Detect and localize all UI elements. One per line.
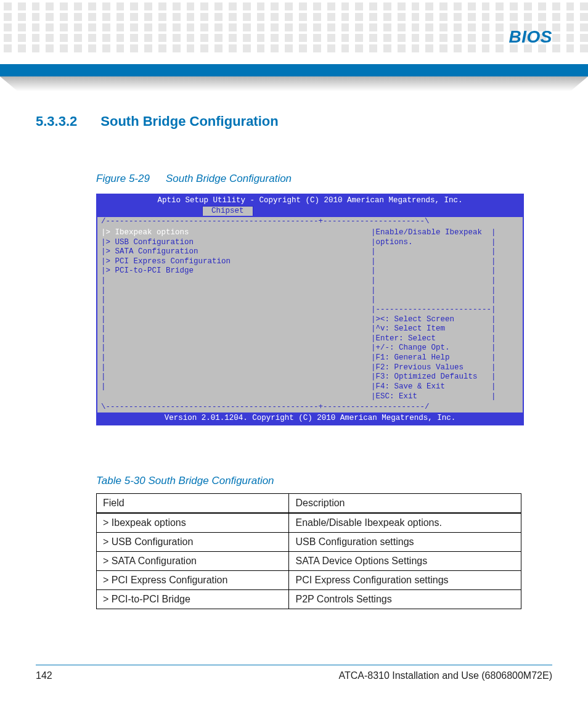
config-table: Field Description > Ibexpeak optionsEnab… — [96, 493, 521, 609]
bios-menu-item: | — [101, 353, 371, 363]
bios-help-line: | | — [371, 257, 519, 267]
page-footer: 142 ATCA-8310 Installation and Use (6806… — [36, 665, 552, 681]
bios-help-key: |F1: General Help | — [371, 353, 519, 363]
figure-label: Figure 5-29 — [96, 173, 150, 184]
bios-menu-item: | — [101, 305, 371, 315]
bios-help-line: | | — [371, 295, 519, 305]
table-header-field: Field — [97, 494, 289, 514]
bios-menu-item: | — [101, 334, 371, 344]
bios-menu-item-selected: |> Ibexpeak options — [101, 228, 371, 238]
bios-help-rule: |-------------------------| — [371, 305, 519, 315]
bios-help-line: | | — [371, 276, 519, 286]
bios-help-line: | | — [371, 286, 519, 296]
section-title: South Bridge Configuration — [100, 113, 278, 129]
table-row: > SATA ConfigurationSATA Device Options … — [97, 552, 521, 571]
bios-help-key: |F4: Save & Exit | — [371, 382, 519, 392]
bios-help-key: |><: Select Screen | — [371, 315, 519, 325]
table-cell-description: SATA Device Options Settings — [289, 552, 521, 571]
bios-menu-item: |> PCI Express Configuration — [101, 257, 371, 267]
bios-help-key: |F2: Previous Values | — [371, 363, 519, 373]
bios-help-line: | | — [371, 266, 519, 276]
section-heading: 5.3.3.2 South Bridge Configuration — [36, 113, 552, 129]
table-cell-field: > PCI Express Configuration — [97, 571, 289, 590]
bios-menu-item: | — [101, 315, 371, 325]
doc-id: ATCA-8310 Installation and Use (6806800M… — [338, 670, 552, 681]
bios-menu-item: |> USB Configuration — [101, 238, 371, 248]
bios-help-key: |F3: Optimized Defaults | — [371, 372, 519, 382]
bios-titlebar: Aptio Setup Utility - Copyright (C) 2010… — [97, 195, 523, 206]
bios-help-panel: |Enable/Disable Ibexpeak ||options. || |… — [371, 228, 519, 401]
bios-help-line: | | — [371, 247, 519, 257]
header-rule — [0, 64, 588, 76]
bios-menu-item: | — [101, 295, 371, 305]
page-content: 5.3.3.2 South Bridge Configuration Figur… — [0, 92, 588, 609]
bios-footer: Version 2.01.1204. Copyright (C) 2010 Am… — [97, 413, 523, 425]
bios-help-line: |Enable/Disable Ibexpeak | — [371, 228, 519, 238]
table-row: > PCI Express ConfigurationPCI Express C… — [97, 571, 521, 590]
table-cell-description: P2P Controls Settings — [289, 590, 521, 609]
table-cell-description: USB Configuration settings — [289, 533, 521, 552]
bios-help-key: |+/-: Change Opt. | — [371, 343, 519, 353]
bios-menu-item: | — [101, 372, 371, 382]
bios-help-key: |ESC: Exit | — [371, 392, 519, 402]
bios-help-key: |Enter: Select | — [371, 334, 519, 344]
chapter-title: BIOS — [509, 27, 552, 47]
table-header-row: Field Description — [97, 494, 521, 514]
page-number: 142 — [36, 670, 52, 681]
table-cell-field: > SATA Configuration — [97, 552, 289, 571]
table-row: > USB ConfigurationUSB Configuration set… — [97, 533, 521, 552]
page-header: BIOS — [0, 0, 588, 92]
header-shadow — [0, 76, 588, 91]
bios-help-key: |^v: Select Item | — [371, 324, 519, 334]
section-number: 5.3.3.2 — [36, 113, 77, 129]
bios-tab-row: Chipset — [97, 206, 523, 218]
table-header-description: Description — [289, 494, 521, 514]
bios-top-rule: /---------------------------------------… — [97, 217, 523, 227]
table-cell-description: Enable/Disable Ibexpeak options. — [289, 513, 521, 533]
bios-menu-item: | — [101, 324, 371, 334]
bios-bottom-rule: \---------------------------------------… — [97, 403, 523, 413]
bios-menu-item: | — [101, 286, 371, 296]
bios-menu-item: | — [101, 382, 371, 392]
bios-menu-item: | — [101, 363, 371, 373]
bios-tab-chipset: Chipset — [202, 206, 253, 216]
table-cell-field: > PCI-to-PCI Bridge — [97, 590, 289, 609]
bios-menu-item: |> SATA Configuration — [101, 247, 371, 257]
table-caption: Table 5-30 South Bridge Configuration — [96, 475, 552, 487]
table-cell-field: > Ibexpeak options — [97, 513, 289, 533]
table-row: > PCI-to-PCI BridgeP2P Controls Settings — [97, 590, 521, 609]
figure-caption: Figure 5-29South Bridge Configuration — [96, 173, 552, 185]
bios-menu-panel: |> Ibexpeak options|> USB Configuration|… — [101, 228, 371, 401]
table-cell-description: PCI Express Configuration settings — [289, 571, 521, 590]
bios-menu-item: |> PCI-to-PCI Bridge — [101, 266, 371, 276]
bios-screenshot: Aptio Setup Utility - Copyright (C) 2010… — [96, 194, 524, 425]
bios-help-line: |options. | — [371, 238, 519, 248]
table-row: > Ibexpeak optionsEnable/Disable Ibexpea… — [97, 513, 521, 533]
bios-menu-item: | — [101, 276, 371, 286]
figure-title: South Bridge Configuration — [166, 173, 292, 184]
bios-menu-item: | — [101, 343, 371, 353]
table-cell-field: > USB Configuration — [97, 533, 289, 552]
